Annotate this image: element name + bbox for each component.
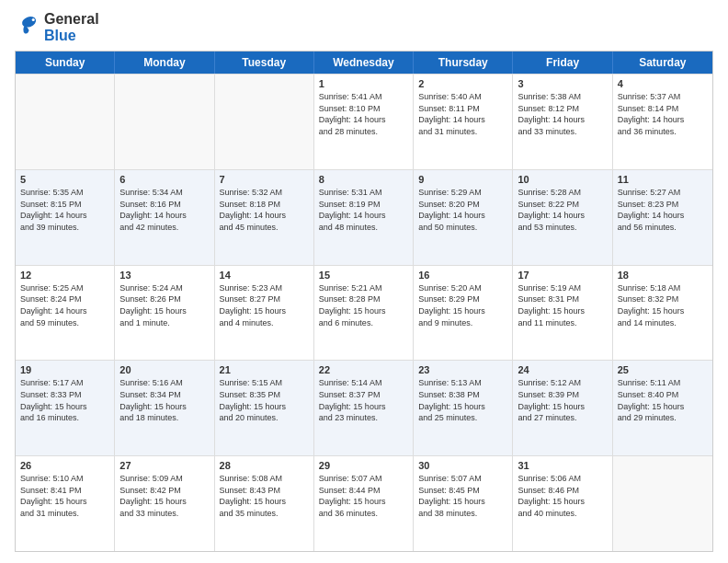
calendar-row-1: 1Sunrise: 5:41 AM Sunset: 8:10 PM Daylig…: [16, 74, 712, 169]
day-cell-24: 24Sunrise: 5:12 AM Sunset: 8:39 PM Dayli…: [513, 361, 612, 455]
day-number-5: 5: [20, 174, 109, 185]
day-cell-9: 9Sunrise: 5:29 AM Sunset: 8:20 PM Daylig…: [414, 170, 513, 265]
day-info-11: Sunrise: 5:27 AM Sunset: 8:23 PM Dayligh…: [618, 187, 708, 233]
header-day-monday: Monday: [115, 52, 214, 74]
day-info-21: Sunrise: 5:15 AM Sunset: 8:35 PM Dayligh…: [220, 377, 309, 423]
logo-bird-icon: [15, 15, 40, 40]
day-cell-30: 30Sunrise: 5:07 AM Sunset: 8:45 PM Dayli…: [414, 456, 513, 551]
day-info-1: Sunrise: 5:41 AM Sunset: 8:10 PM Dayligh…: [319, 91, 408, 137]
logo-general-text: General: [44, 11, 99, 28]
day-number-6: 6: [119, 174, 209, 185]
day-info-25: Sunrise: 5:11 AM Sunset: 8:40 PM Dayligh…: [618, 377, 708, 423]
day-cell-26: 26Sunrise: 5:10 AM Sunset: 8:41 PM Dayli…: [16, 456, 115, 551]
logo: General Blue: [15, 11, 99, 43]
day-number-2: 2: [418, 78, 507, 89]
day-number-1: 1: [319, 78, 408, 89]
header-day-saturday: Saturday: [613, 52, 712, 74]
day-cell-18: 18Sunrise: 5:18 AM Sunset: 8:32 PM Dayli…: [613, 266, 712, 361]
day-cell-7: 7Sunrise: 5:32 AM Sunset: 8:18 PM Daylig…: [215, 170, 314, 265]
day-number-29: 29: [319, 460, 408, 471]
day-cell-23: 23Sunrise: 5:13 AM Sunset: 8:38 PM Dayli…: [414, 361, 513, 455]
day-cell-15: 15Sunrise: 5:21 AM Sunset: 8:28 PM Dayli…: [314, 266, 414, 361]
svg-point-1: [32, 17, 35, 20]
calendar: SundayMondayTuesdayWednesdayThursdayFrid…: [15, 51, 713, 552]
day-info-16: Sunrise: 5:20 AM Sunset: 8:29 PM Dayligh…: [418, 282, 507, 328]
day-info-23: Sunrise: 5:13 AM Sunset: 8:38 PM Dayligh…: [418, 377, 507, 423]
header-day-wednesday: Wednesday: [314, 52, 414, 74]
day-info-8: Sunrise: 5:31 AM Sunset: 8:19 PM Dayligh…: [319, 187, 408, 233]
day-number-11: 11: [618, 174, 708, 185]
logo-blue-text: Blue: [44, 28, 99, 44]
header-day-sunday: Sunday: [16, 52, 115, 74]
day-number-14: 14: [220, 270, 309, 281]
day-number-3: 3: [518, 78, 607, 89]
day-info-24: Sunrise: 5:12 AM Sunset: 8:39 PM Dayligh…: [518, 377, 607, 423]
day-cell-8: 8Sunrise: 5:31 AM Sunset: 8:19 PM Daylig…: [314, 170, 414, 265]
day-cell-17: 17Sunrise: 5:19 AM Sunset: 8:31 PM Dayli…: [513, 266, 612, 361]
day-cell-19: 19Sunrise: 5:17 AM Sunset: 8:33 PM Dayli…: [16, 361, 115, 455]
day-number-7: 7: [220, 174, 309, 185]
day-info-22: Sunrise: 5:14 AM Sunset: 8:37 PM Dayligh…: [319, 377, 408, 423]
day-cell-22: 22Sunrise: 5:14 AM Sunset: 8:37 PM Dayli…: [314, 361, 414, 455]
empty-cell-r0-c2: [215, 75, 314, 169]
day-info-6: Sunrise: 5:34 AM Sunset: 8:16 PM Dayligh…: [119, 187, 209, 233]
empty-cell-r0-c1: [115, 75, 214, 169]
calendar-header-row: SundayMondayTuesdayWednesdayThursdayFrid…: [16, 52, 712, 74]
day-info-2: Sunrise: 5:40 AM Sunset: 8:11 PM Dayligh…: [418, 91, 507, 137]
day-info-27: Sunrise: 5:09 AM Sunset: 8:42 PM Dayligh…: [119, 473, 209, 519]
day-cell-29: 29Sunrise: 5:07 AM Sunset: 8:44 PM Dayli…: [314, 456, 414, 551]
day-number-23: 23: [418, 364, 507, 375]
calendar-body: 1Sunrise: 5:41 AM Sunset: 8:10 PM Daylig…: [16, 74, 712, 551]
day-number-4: 4: [618, 78, 708, 89]
day-number-20: 20: [119, 364, 209, 375]
day-cell-20: 20Sunrise: 5:16 AM Sunset: 8:34 PM Dayli…: [115, 361, 214, 455]
header-day-tuesday: Tuesday: [215, 52, 314, 74]
day-info-10: Sunrise: 5:28 AM Sunset: 8:22 PM Dayligh…: [518, 187, 607, 233]
day-number-21: 21: [220, 364, 309, 375]
day-number-15: 15: [319, 270, 408, 281]
day-number-24: 24: [518, 364, 607, 375]
empty-cell-r0-c0: [16, 75, 115, 169]
day-number-26: 26: [20, 460, 109, 471]
day-number-12: 12: [20, 270, 109, 281]
day-cell-12: 12Sunrise: 5:25 AM Sunset: 8:24 PM Dayli…: [16, 266, 115, 361]
day-info-5: Sunrise: 5:35 AM Sunset: 8:15 PM Dayligh…: [20, 187, 109, 233]
day-number-27: 27: [119, 460, 209, 471]
calendar-row-2: 5Sunrise: 5:35 AM Sunset: 8:15 PM Daylig…: [16, 169, 712, 265]
empty-cell-r4-c6: [613, 456, 712, 551]
day-info-9: Sunrise: 5:29 AM Sunset: 8:20 PM Dayligh…: [418, 187, 507, 233]
day-number-30: 30: [418, 460, 507, 471]
day-cell-5: 5Sunrise: 5:35 AM Sunset: 8:15 PM Daylig…: [16, 170, 115, 265]
header-day-friday: Friday: [513, 52, 612, 74]
day-number-13: 13: [119, 270, 209, 281]
day-info-30: Sunrise: 5:07 AM Sunset: 8:45 PM Dayligh…: [418, 473, 507, 519]
day-number-17: 17: [518, 270, 607, 281]
day-number-22: 22: [319, 364, 408, 375]
day-number-28: 28: [220, 460, 309, 471]
calendar-row-5: 26Sunrise: 5:10 AM Sunset: 8:41 PM Dayli…: [16, 455, 712, 551]
day-cell-1: 1Sunrise: 5:41 AM Sunset: 8:10 PM Daylig…: [314, 75, 414, 169]
day-info-15: Sunrise: 5:21 AM Sunset: 8:28 PM Dayligh…: [319, 282, 408, 328]
header-day-thursday: Thursday: [414, 52, 513, 74]
day-info-17: Sunrise: 5:19 AM Sunset: 8:31 PM Dayligh…: [518, 282, 607, 328]
day-info-3: Sunrise: 5:38 AM Sunset: 8:12 PM Dayligh…: [518, 91, 607, 137]
day-number-8: 8: [319, 174, 408, 185]
day-info-7: Sunrise: 5:32 AM Sunset: 8:18 PM Dayligh…: [220, 187, 309, 233]
day-number-31: 31: [518, 460, 607, 471]
day-number-25: 25: [618, 364, 708, 375]
day-info-20: Sunrise: 5:16 AM Sunset: 8:34 PM Dayligh…: [119, 377, 209, 423]
day-cell-21: 21Sunrise: 5:15 AM Sunset: 8:35 PM Dayli…: [215, 361, 314, 455]
day-number-9: 9: [418, 174, 507, 185]
day-number-10: 10: [518, 174, 607, 185]
day-cell-28: 28Sunrise: 5:08 AM Sunset: 8:43 PM Dayli…: [215, 456, 314, 551]
day-info-18: Sunrise: 5:18 AM Sunset: 8:32 PM Dayligh…: [618, 282, 708, 328]
day-info-13: Sunrise: 5:24 AM Sunset: 8:26 PM Dayligh…: [119, 282, 209, 328]
day-info-12: Sunrise: 5:25 AM Sunset: 8:24 PM Dayligh…: [20, 282, 109, 328]
day-info-31: Sunrise: 5:06 AM Sunset: 8:46 PM Dayligh…: [518, 473, 607, 519]
day-cell-4: 4Sunrise: 5:37 AM Sunset: 8:14 PM Daylig…: [613, 75, 712, 169]
day-info-14: Sunrise: 5:23 AM Sunset: 8:27 PM Dayligh…: [220, 282, 309, 328]
day-cell-6: 6Sunrise: 5:34 AM Sunset: 8:16 PM Daylig…: [115, 170, 214, 265]
svg-point-0: [20, 15, 37, 29]
day-number-18: 18: [618, 270, 708, 281]
page: General Blue SundayMondayTuesdayWednesda…: [0, 0, 728, 563]
